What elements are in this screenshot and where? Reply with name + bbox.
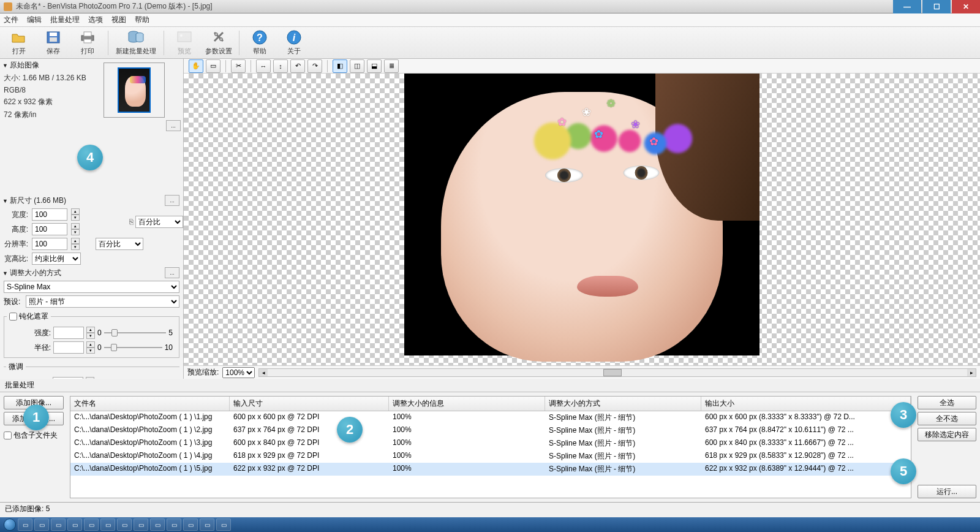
start-button[interactable] [4, 519, 16, 531]
taskbar-item[interactable]: ▭ [216, 519, 231, 531]
radius-input[interactable] [53, 341, 84, 354]
link-icon[interactable]: ⎘ [127, 213, 135, 231]
table-row[interactable]: C:\...\dana\Desktop\PhotoZoom ( 1 ) \3.j… [70, 437, 911, 450]
menu-file[interactable]: 文件 [4, 15, 18, 25]
remove-selected-button[interactable]: 移除选定内容 [918, 428, 976, 441]
save-button[interactable]: 保存 [38, 29, 69, 56]
folder-open-icon [10, 29, 28, 45]
new-size-header[interactable]: ▼新尺寸 (1.66 MB) ... [0, 194, 183, 207]
original-more-button[interactable]: ... [166, 120, 181, 131]
col-resize-info[interactable]: 调整大小的信息 [389, 397, 545, 411]
radius-spinner[interactable]: ▴▾ [86, 341, 95, 354]
table-row[interactable]: C:\...\dana\Desktop\PhotoZoom ( 1 ) \5.j… [70, 463, 911, 476]
taskbar-item[interactable]: ▭ [150, 519, 165, 531]
method-select[interactable]: S-Spline Max [4, 281, 179, 293]
menu-batch[interactable]: 批量处理 [50, 15, 80, 25]
col-filename[interactable]: 文件名 [70, 397, 230, 411]
table-row[interactable]: C:\...\dana\Desktop\PhotoZoom ( 1 ) \2.j… [70, 424, 911, 437]
rotate-cw-tool[interactable]: ↷ [307, 59, 322, 73]
height-input[interactable] [32, 223, 67, 235]
taskbar-item[interactable]: ▭ [134, 519, 148, 531]
thumbnail[interactable] [104, 63, 165, 118]
layout-split-h[interactable]: ⬓ [367, 59, 382, 73]
callout-3: 3 [891, 402, 916, 428]
taskbar-item[interactable]: ▭ [117, 519, 132, 531]
about-button[interactable]: i 关于 [279, 29, 309, 56]
zoom-bar: 预览缩放: 100% ◂▸ [184, 365, 980, 379]
menu-options[interactable]: 选项 [88, 15, 103, 25]
select-all-button[interactable]: 全选 [918, 396, 976, 409]
select-none-button[interactable]: 全不选 [918, 412, 976, 425]
height-spinner[interactable]: ▴▾ [71, 223, 80, 235]
sharpen-slider[interactable] [104, 378, 159, 379]
table-row[interactable]: C:\...\dana\Desktop\PhotoZoom ( 1 ) \1.j… [70, 411, 911, 424]
zoom-select[interactable]: 100% [222, 367, 255, 378]
taskbar-item[interactable]: ▭ [200, 519, 214, 531]
maximize-button[interactable]: ☐ [922, 0, 951, 13]
aspect-select[interactable]: 约束比例 [32, 253, 81, 265]
new-batch-button[interactable]: 新建批量处理 [113, 29, 159, 56]
col-input-size[interactable]: 输入尺寸 [230, 397, 389, 411]
preset-select[interactable]: 照片 - 细节 [26, 295, 179, 308]
minimize-button[interactable]: — [893, 0, 921, 13]
run-button[interactable]: 运行... [918, 485, 976, 498]
width-spinner[interactable]: ▴▾ [71, 208, 80, 221]
svg-text:i: i [293, 32, 296, 43]
svg-text:?: ? [257, 32, 263, 43]
resize-method-header[interactable]: ▼调整大小的方式 ... [0, 266, 183, 279]
table-row[interactable]: C:\...\dana\Desktop\PhotoZoom ( 1 ) \4.j… [70, 450, 911, 463]
taskbar-item[interactable]: ▭ [183, 519, 198, 531]
h-scrollbar[interactable]: ◂▸ [258, 368, 976, 377]
preview-button[interactable]: 预览 [169, 29, 200, 56]
unsharp-checkbox[interactable]: 钝化遮罩 [9, 312, 48, 321]
help-button[interactable]: ? 帮助 [244, 29, 275, 56]
res-spinner[interactable]: ▴▾ [71, 238, 80, 250]
open-button[interactable]: 打开 [4, 29, 34, 56]
include-sub-checkbox[interactable]: 包含子文件夹 [4, 430, 64, 441]
size-unit-select[interactable]: 百分比 [135, 216, 183, 228]
method-more-button[interactable]: ... [165, 267, 179, 278]
strength-slider[interactable] [104, 328, 167, 338]
svg-rect-5 [84, 39, 91, 43]
canvas[interactable]: ✿ ❀ ❁ ✿ ❀ ✿ [184, 74, 980, 365]
rotate-ccw-tool[interactable]: ↶ [290, 59, 305, 73]
sharpen-spinner[interactable]: ▴▾ [86, 377, 94, 379]
layout-single[interactable]: ◧ [333, 59, 347, 73]
taskbar-item[interactable]: ▭ [167, 519, 181, 531]
menu-edit[interactable]: 编辑 [27, 15, 42, 25]
taskbar-item[interactable]: ▭ [100, 519, 115, 531]
marquee-tool[interactable]: ▭ [206, 59, 221, 73]
sharpen-input[interactable] [53, 377, 83, 379]
new-size-more-button[interactable]: ... [165, 195, 179, 206]
res-unit-select[interactable]: 百分比 [96, 238, 143, 250]
width-input[interactable] [32, 208, 67, 221]
layout-split-v[interactable]: ◫ [350, 59, 364, 73]
taskbar-item[interactable]: ▭ [51, 519, 66, 531]
menu-view[interactable]: 视图 [111, 15, 126, 25]
status-text: 已添加图像: 5 [5, 504, 50, 514]
taskbar-item[interactable]: ▭ [18, 519, 32, 531]
taskbar-item[interactable]: ▭ [67, 519, 82, 531]
unsharp-mask-group: 钝化遮罩 强度: ▴▾ 0 5 半径: ▴▾ 0 10 [4, 311, 179, 358]
col-output-size[interactable]: 输出大小 [701, 397, 911, 411]
info-icon: i [285, 29, 303, 45]
layout-list[interactable]: ≣ [384, 59, 399, 73]
hand-tool[interactable]: ✋ [189, 59, 203, 73]
strength-input[interactable] [53, 327, 84, 339]
crop-tool[interactable]: ✂ [231, 59, 246, 73]
taskbar-item[interactable]: ▭ [34, 519, 49, 531]
print-button[interactable]: 打印 [72, 29, 103, 56]
strength-spinner[interactable]: ▴▾ [86, 327, 95, 339]
menu-help[interactable]: 帮助 [135, 15, 149, 25]
flip-h-tool[interactable]: ↔ [256, 59, 271, 73]
radius-slider[interactable] [104, 343, 162, 352]
height-label: 高度: [4, 224, 28, 235]
resolution-input[interactable] [32, 238, 67, 250]
svg-rect-1 [50, 32, 57, 36]
flip-v-tool[interactable]: ↕ [273, 59, 288, 73]
batch-right-controls: 全选 全不选 移除选定内容 运行... [914, 392, 980, 502]
taskbar-item[interactable]: ▭ [84, 519, 99, 531]
params-button[interactable]: 参数设置 [203, 29, 234, 56]
col-resize-method[interactable]: 调整大小的方式 [545, 397, 701, 411]
close-button[interactable]: ✕ [952, 0, 980, 13]
